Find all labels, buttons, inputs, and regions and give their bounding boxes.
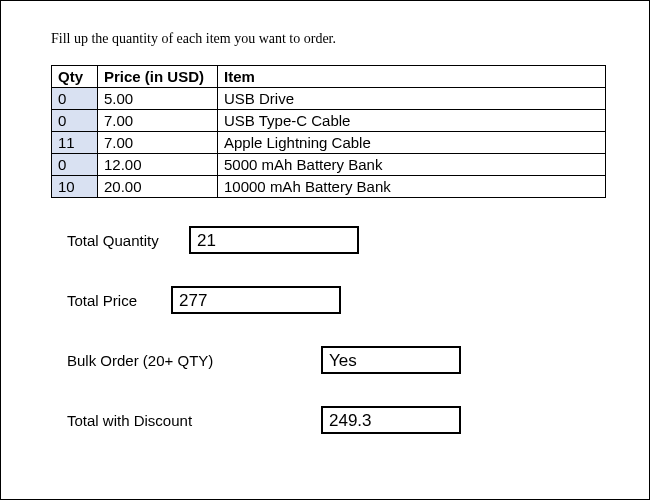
item-cell: USB Type-C Cable <box>218 110 606 132</box>
item-cell: 5000 mAh Battery Bank <box>218 154 606 176</box>
value-total-qty: 21 <box>189 226 359 254</box>
item-cell: 10000 mAh Battery Bank <box>218 176 606 198</box>
item-cell: Apple Lightning Cable <box>218 132 606 154</box>
row-bulk-order: Bulk Order (20+ QTY) Yes <box>67 346 609 374</box>
table-row: 10 20.00 10000 mAh Battery Bank <box>52 176 606 198</box>
price-cell: 7.00 <box>98 110 218 132</box>
value-discount: 249.3 <box>321 406 461 434</box>
price-cell: 5.00 <box>98 88 218 110</box>
row-total-qty: Total Quantity 21 <box>67 226 609 254</box>
price-cell: 20.00 <box>98 176 218 198</box>
price-cell: 7.00 <box>98 132 218 154</box>
header-item: Item <box>218 66 606 88</box>
item-cell: USB Drive <box>218 88 606 110</box>
qty-cell[interactable]: 11 <box>52 132 98 154</box>
table-row: 0 12.00 5000 mAh Battery Bank <box>52 154 606 176</box>
qty-cell[interactable]: 0 <box>52 154 98 176</box>
qty-cell[interactable]: 10 <box>52 176 98 198</box>
table-row: 0 7.00 USB Type-C Cable <box>52 110 606 132</box>
price-cell: 12.00 <box>98 154 218 176</box>
header-price: Price (in USD) <box>98 66 218 88</box>
table-header-row: Qty Price (in USD) Item <box>52 66 606 88</box>
order-form: Fill up the quantity of each item you wa… <box>0 0 650 500</box>
value-total-price: 277 <box>171 286 341 314</box>
header-qty: Qty <box>52 66 98 88</box>
row-total-discount: Total with Discount 249.3 <box>67 406 609 434</box>
qty-cell[interactable]: 0 <box>52 88 98 110</box>
label-bulk: Bulk Order (20+ QTY) <box>67 352 321 369</box>
table-row: 11 7.00 Apple Lightning Cable <box>52 132 606 154</box>
label-total-qty: Total Quantity <box>67 232 189 249</box>
order-table: Qty Price (in USD) Item 0 5.00 USB Drive… <box>51 65 606 198</box>
label-total-price: Total Price <box>67 292 171 309</box>
qty-cell[interactable]: 0 <box>52 110 98 132</box>
table-row: 0 5.00 USB Drive <box>52 88 606 110</box>
label-discount: Total with Discount <box>67 412 321 429</box>
row-total-price: Total Price 277 <box>67 286 609 314</box>
value-bulk: Yes <box>321 346 461 374</box>
instruction-text: Fill up the quantity of each item you wa… <box>51 31 609 47</box>
